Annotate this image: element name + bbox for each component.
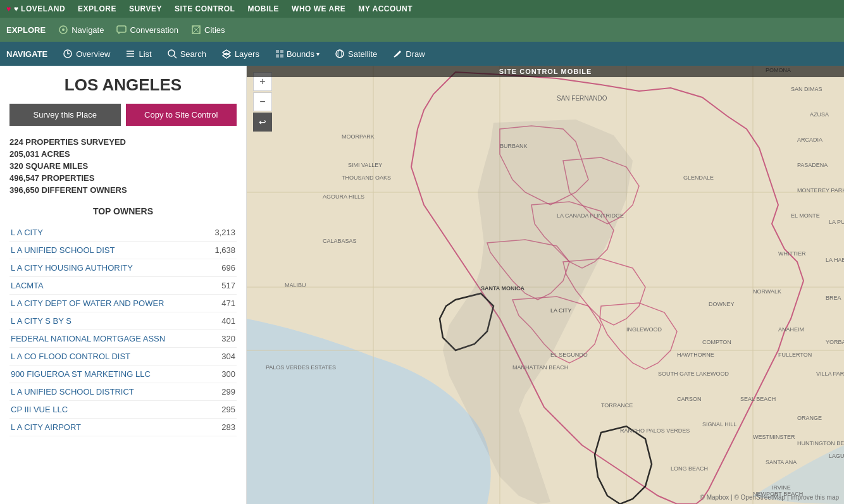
stat-square-miles: 320 SQUARE MILES [9, 161, 237, 171]
survey-button[interactable]: Survey this Place [9, 104, 121, 126]
svg-text:CARSON: CARSON [677, 396, 702, 402]
svg-point-18 [336, 50, 344, 58]
satellite-nav-item[interactable]: Satellite [328, 46, 383, 61]
layers-label: Layers [235, 49, 259, 59]
svg-text:SAN DIMAS: SAN DIMAS [791, 86, 822, 92]
overview-label: Overview [76, 49, 110, 59]
owner-count: 300 [208, 366, 237, 383]
brand-logo[interactable]: ♥ ♥ LOVELAND [6, 4, 65, 13]
owner-name[interactable]: L A UNIFIED SCHOOL DIST [9, 242, 208, 259]
bounds-nav-item[interactable]: Bounds ▾ [268, 46, 326, 61]
svg-point-19 [338, 50, 342, 58]
top-nav-who-we-are[interactable]: WHO WE ARE [292, 4, 345, 13]
table-row: LACMTA 517 [9, 277, 237, 295]
top-nav-survey[interactable]: SURVEY [129, 4, 162, 13]
svg-text:PASADENA: PASADENA [797, 162, 828, 168]
svg-text:CALABASAS: CALABASAS [323, 238, 357, 244]
top-nav-mobile[interactable]: MOBILE [247, 4, 279, 13]
table-row: L A CITY 3,213 [9, 224, 237, 242]
map-attribution: © Mapbox | © OpenStreetMap | Improve thi… [700, 494, 839, 501]
bounds-label: Bounds [287, 49, 314, 59]
svg-marker-12 [223, 50, 230, 55]
owner-name[interactable]: CP III VUE LLC [9, 401, 208, 419]
svg-text:LA HABRA: LA HABRA [826, 257, 844, 263]
satellite-label: Satellite [348, 49, 377, 59]
search-label: Search [180, 49, 206, 59]
heart-icon: ♥ [6, 4, 11, 13]
conversation-icon [116, 25, 127, 35]
svg-text:INGLEWOOD: INGLEWOOD [626, 326, 662, 333]
svg-text:WESTMINSTER: WESTMINSTER [753, 434, 795, 440]
svg-text:LA PUENTE: LA PUENTE [829, 219, 844, 225]
owner-name[interactable]: LACMTA [9, 277, 208, 295]
back-button[interactable]: ↩ [253, 113, 272, 132]
svg-rect-14 [276, 50, 279, 53]
owner-name[interactable]: L A CITY [9, 224, 208, 242]
owner-name[interactable]: L A CO FLOOD CONTROL DIST [9, 348, 208, 366]
conversation-nav-item[interactable]: Conversation [116, 25, 178, 35]
owner-name[interactable]: L A CITY S BY S [9, 312, 208, 330]
svg-text:SOUTH GATE: SOUTH GATE [658, 371, 695, 377]
explore-label: EXPLORE [6, 25, 46, 35]
owner-name[interactable]: L A CITY DEPT OF WATER AND POWER [9, 295, 208, 312]
table-row: L A CITY AIRPORT 283 [9, 419, 237, 436]
svg-text:PALOS VERDES ESTATES: PALOS VERDES ESTATES [266, 364, 336, 371]
owner-name[interactable]: L A CITY AIRPORT [9, 419, 208, 436]
top-navigation: ♥ ♥ LOVELAND EXPLORE SURVEY SITE CONTROL… [0, 0, 844, 18]
svg-text:BREA: BREA [826, 295, 841, 301]
attribution-text: © Mapbox | © OpenStreetMap | Improve thi… [700, 494, 839, 501]
owner-name[interactable]: L A UNIFIED SCHOOL DISTRICT [9, 383, 208, 401]
table-row: 900 FIGUEROA ST MARKETING LLC 300 [9, 366, 237, 383]
svg-text:EL MONTE: EL MONTE [791, 212, 820, 219]
map-container: SITE CONTROL MOBILE [247, 66, 844, 504]
cities-label: Cities [204, 25, 225, 35]
search-icon [167, 49, 177, 59]
draw-nav-item[interactable]: Draw [386, 46, 431, 61]
svg-text:NORWALK: NORWALK [753, 288, 781, 295]
owner-count: 471 [208, 295, 237, 312]
owner-name[interactable]: 900 FIGUEROA ST MARKETING LLC [9, 366, 208, 383]
site-control-banner: SITE CONTROL MOBILE [247, 66, 844, 77]
svg-text:LA CITY: LA CITY [550, 307, 572, 314]
brand-name: ♥ LOVELAND [14, 4, 65, 13]
svg-text:RANCHO PALOS VERDES: RANCHO PALOS VERDES [620, 427, 690, 434]
top-nav-my-account[interactable]: MY ACCOUNT [358, 4, 413, 13]
svg-text:FULLERTON: FULLERTON [778, 352, 812, 358]
table-row: L A CITY DEPT OF WATER AND POWER 471 [9, 295, 237, 312]
list-nav-item[interactable]: List [119, 46, 158, 61]
layers-icon [221, 49, 232, 59]
overview-nav-item[interactable]: Overview [56, 46, 116, 61]
svg-text:SANTA ANA: SANTA ANA [766, 459, 797, 465]
owner-count: 3,213 [208, 224, 237, 242]
svg-text:MOORPARK: MOORPARK [342, 133, 375, 140]
svg-text:LONG BEACH: LONG BEACH [671, 465, 708, 472]
svg-text:COMPTON: COMPTON [702, 339, 731, 345]
table-row: L A CITY S BY S 401 [9, 312, 237, 330]
copy-to-site-control-button[interactable]: Copy to Site Control [126, 104, 237, 126]
sidebar: LOS ANGELES Survey this Place Copy to Si… [0, 66, 247, 504]
owner-count: 320 [208, 330, 237, 348]
owner-count: 401 [208, 312, 237, 330]
svg-text:LAGUNA HILLS: LAGUNA HILLS [829, 453, 844, 459]
owner-count: 517 [208, 277, 237, 295]
top-nav-explore[interactable]: EXPLORE [78, 4, 116, 13]
svg-rect-16 [276, 54, 279, 58]
zoom-out-button[interactable]: − [253, 92, 272, 111]
svg-text:TORRANCE: TORRANCE [601, 402, 633, 409]
list-label: List [139, 49, 151, 59]
svg-point-1 [62, 28, 65, 31]
svg-text:BURBANK: BURBANK [500, 143, 528, 149]
svg-text:VILLA PARK: VILLA PARK [816, 371, 844, 377]
search-nav-item[interactable]: Search [161, 46, 213, 61]
svg-rect-15 [280, 50, 283, 53]
top-nav-site-control[interactable]: SITE CONTROL [175, 4, 235, 13]
navigate-nav-item[interactable]: Navigate [58, 25, 104, 35]
owner-name[interactable]: FEDERAL NATIONAL MORTGAGE ASSN [9, 330, 208, 348]
cities-nav-item[interactable]: Cities [191, 25, 225, 35]
bounds-dropdown-arrow: ▾ [316, 51, 320, 58]
table-row: L A CITY HOUSING AUTHORITY 696 [9, 259, 237, 277]
owner-name[interactable]: L A CITY HOUSING AUTHORITY [9, 259, 208, 277]
layers-nav-item[interactable]: Layers [215, 46, 266, 61]
svg-text:ARCADIA: ARCADIA [797, 137, 822, 143]
list-icon [125, 49, 135, 59]
